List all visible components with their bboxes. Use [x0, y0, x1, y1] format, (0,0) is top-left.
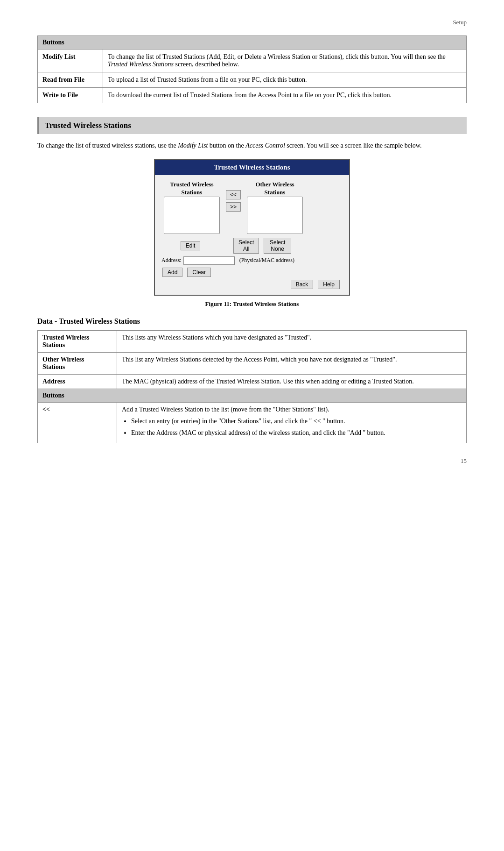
- tws-widget-header: Trusted Wireless Stations: [155, 160, 349, 175]
- col1-label: Trusted Wireless Stations: [170, 181, 213, 197]
- read-from-file-label: Read from File: [38, 72, 103, 88]
- tws-columns: Trusted Wireless Stations << >> Other Wi…: [161, 181, 343, 234]
- header-label: Setup: [453, 19, 467, 26]
- table-row: Address The MAC (physical) address of th…: [38, 374, 467, 389]
- write-to-file-desc: To download the current list of Trusted …: [103, 88, 467, 103]
- modify-list-label: Modify List: [38, 50, 103, 72]
- data-table: Trusted WirelessStations This lists any …: [37, 330, 467, 443]
- edit-select-row: Edit Select All Select None: [161, 238, 343, 254]
- address-input[interactable]: [183, 256, 235, 265]
- select-none-button[interactable]: Select None: [264, 238, 291, 254]
- address-label: Address:: [161, 257, 182, 264]
- table-row: Write to File To download the current li…: [38, 88, 467, 103]
- table-row: Other WirelessStations This list any Wir…: [38, 352, 467, 374]
- buttons-table: Buttons Modify List To change the list o…: [37, 35, 467, 103]
- tws-widget-container: Trusted Wireless Stations Trusted Wirele…: [37, 159, 467, 296]
- trusted-stations-listbox[interactable]: [164, 197, 220, 234]
- tws-widget-body: Trusted Wireless Stations << >> Other Wi…: [155, 175, 349, 295]
- trusted-wireless-desc: This lists any Wireless Stations which y…: [117, 330, 467, 352]
- trusted-wireless-label: Trusted WirelessStations: [38, 330, 117, 352]
- buttons-table-heading: Buttons: [38, 36, 467, 50]
- tws-right-col: Other Wireless Stations: [245, 181, 305, 234]
- data-section-heading: Data - Trusted Wireless Stations: [37, 317, 467, 326]
- select-all-button[interactable]: Select All: [233, 238, 259, 254]
- move-left-button[interactable]: <<: [226, 190, 241, 199]
- tws-widget: Trusted Wireless Stations Trusted Wirele…: [154, 159, 350, 296]
- add-clear-row: Add Clear: [161, 268, 343, 277]
- back-button[interactable]: Back: [291, 280, 314, 289]
- table-row: << Add a Trusted Wireless Station to the…: [38, 402, 467, 443]
- address-label-cell: Address: [38, 374, 117, 389]
- clear-button[interactable]: Clear: [187, 268, 211, 277]
- page-number: 15: [461, 457, 467, 464]
- data-buttons-heading: Buttons: [38, 389, 467, 402]
- move-right-button[interactable]: >>: [226, 202, 241, 212]
- modify-list-desc: To change the list of Trusted Stations (…: [103, 50, 467, 72]
- other-wireless-desc: This list any Wireless Stations detected…: [117, 352, 467, 374]
- figure-caption: Figure 11: Trusted Wireless Stations: [37, 300, 467, 308]
- ll-bullets: Select an entry (or entries) in the "Oth…: [131, 416, 462, 438]
- trusted-section-intro: To change the list of trusted wireless s…: [37, 141, 467, 150]
- write-to-file-label: Write to File: [38, 88, 103, 103]
- ll-desc: Add a Trusted Wireless Station to the li…: [117, 402, 467, 443]
- help-button[interactable]: Help: [318, 280, 340, 289]
- back-help-row: Back Help: [161, 280, 343, 289]
- table-row: Buttons: [38, 389, 467, 402]
- read-from-file-desc: To upload a list of Trusted Stations fro…: [103, 72, 467, 88]
- trusted-section-heading: Trusted Wireless Stations: [37, 117, 467, 134]
- page-header: Setup: [37, 19, 467, 26]
- page-footer: 15: [37, 457, 467, 465]
- other-wireless-label: Other WirelessStations: [38, 352, 117, 374]
- table-row: Modify List To change the list of Truste…: [38, 50, 467, 72]
- tws-left-col: Trusted Wireless Stations: [161, 181, 222, 234]
- add-button[interactable]: Add: [162, 268, 182, 277]
- table-row: Trusted WirelessStations This lists any …: [38, 330, 467, 352]
- tws-arrows: << >>: [222, 181, 245, 212]
- address-hint: (Physical/MAC address): [239, 257, 294, 264]
- edit-button[interactable]: Edit: [181, 241, 201, 250]
- other-stations-listbox[interactable]: [247, 197, 303, 234]
- address-row: Address: (Physical/MAC address): [161, 256, 343, 265]
- list-item: Enter the Address (MAC or physical addre…: [131, 428, 462, 438]
- address-desc: The MAC (physical) address of the Truste…: [117, 374, 467, 389]
- table-row: Read from File To upload a list of Trust…: [38, 72, 467, 88]
- col2-label: Other Wireless Stations: [255, 181, 294, 197]
- list-item: Select an entry (or entries) in the "Oth…: [131, 416, 462, 426]
- ll-label: <<: [38, 402, 117, 443]
